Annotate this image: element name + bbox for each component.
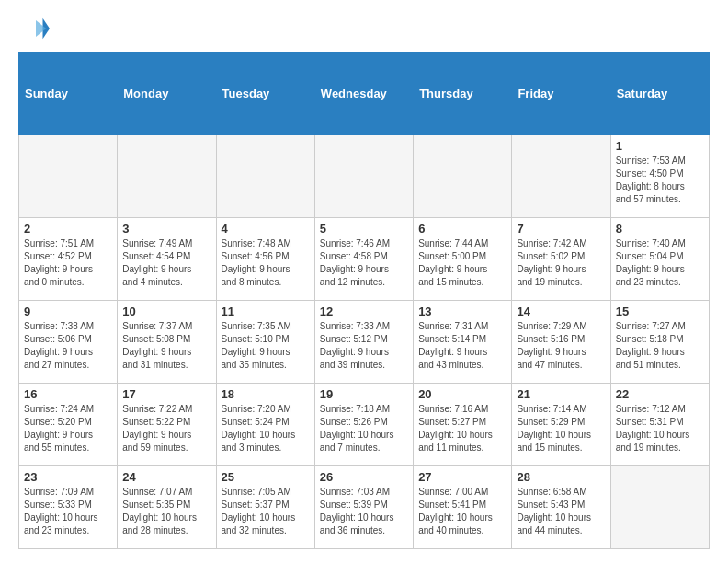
- day-number: 15: [616, 304, 704, 318]
- page-container: SundayMondayTuesdayWednesdayThursdayFrid…: [0, 0, 728, 558]
- day-info: Sunrise: 7:51 AM Sunset: 4:52 PM Dayligh…: [24, 237, 112, 289]
- calendar-cell: 25Sunrise: 7:05 AM Sunset: 5:37 PM Dayli…: [216, 466, 314, 549]
- day-number: 28: [517, 470, 605, 484]
- calendar-cell: [610, 466, 709, 549]
- day-info: Sunrise: 7:37 AM Sunset: 5:08 PM Dayligh…: [122, 320, 210, 372]
- day-number: 1: [616, 139, 704, 153]
- day-info: Sunrise: 7:40 AM Sunset: 5:04 PM Dayligh…: [616, 237, 704, 289]
- calendar-cell: [118, 135, 216, 218]
- calendar-cell: [512, 135, 610, 218]
- day-number: 3: [122, 222, 210, 236]
- day-info: Sunrise: 7:29 AM Sunset: 5:16 PM Dayligh…: [517, 320, 605, 372]
- calendar-cell: 1Sunrise: 7:53 AM Sunset: 4:50 PM Daylig…: [610, 135, 709, 218]
- calendar-cell: [314, 135, 413, 218]
- calendar-row-2: 9Sunrise: 7:38 AM Sunset: 5:06 PM Daylig…: [19, 301, 710, 384]
- calendar-cell: 18Sunrise: 7:20 AM Sunset: 5:24 PM Dayli…: [216, 384, 314, 466]
- day-info: Sunrise: 7:03 AM Sunset: 5:39 PM Dayligh…: [320, 486, 408, 537]
- calendar-cell: 12Sunrise: 7:33 AM Sunset: 5:12 PM Dayli…: [314, 301, 413, 384]
- weekday-thursday: Thursday: [414, 52, 512, 135]
- day-info: Sunrise: 7:42 AM Sunset: 5:02 PM Dayligh…: [517, 237, 605, 289]
- day-number: 2: [24, 222, 112, 236]
- day-number: 8: [616, 222, 704, 236]
- weekday-tuesday: Tuesday: [216, 52, 314, 135]
- day-info: Sunrise: 7:44 AM Sunset: 5:00 PM Dayligh…: [418, 237, 506, 289]
- day-info: Sunrise: 7:05 AM Sunset: 5:37 PM Dayligh…: [222, 486, 310, 537]
- weekday-wednesday: Wednesday: [314, 52, 413, 135]
- calendar-cell: 24Sunrise: 7:07 AM Sunset: 5:35 PM Dayli…: [118, 466, 216, 549]
- day-info: Sunrise: 7:16 AM Sunset: 5:27 PM Dayligh…: [418, 403, 506, 454]
- day-number: 23: [24, 470, 112, 484]
- weekday-saturday: Saturday: [610, 52, 709, 135]
- day-info: Sunrise: 7:35 AM Sunset: 5:10 PM Dayligh…: [222, 320, 310, 372]
- day-info: Sunrise: 7:46 AM Sunset: 4:58 PM Dayligh…: [320, 237, 408, 289]
- day-info: Sunrise: 7:49 AM Sunset: 4:54 PM Dayligh…: [122, 237, 210, 289]
- day-info: Sunrise: 7:22 AM Sunset: 5:22 PM Dayligh…: [122, 403, 210, 454]
- day-info: Sunrise: 7:27 AM Sunset: 5:18 PM Dayligh…: [616, 320, 704, 372]
- day-info: Sunrise: 7:20 AM Sunset: 5:24 PM Dayligh…: [222, 403, 310, 454]
- day-number: 24: [122, 470, 210, 484]
- calendar-cell: 8Sunrise: 7:40 AM Sunset: 5:04 PM Daylig…: [610, 218, 709, 301]
- day-info: Sunrise: 7:38 AM Sunset: 5:06 PM Dayligh…: [24, 320, 112, 372]
- calendar-cell: 22Sunrise: 7:12 AM Sunset: 5:31 PM Dayli…: [610, 384, 709, 466]
- day-number: 27: [418, 470, 506, 484]
- calendar-cell: [414, 135, 512, 218]
- calendar-cell: 10Sunrise: 7:37 AM Sunset: 5:08 PM Dayli…: [118, 301, 216, 384]
- day-number: 17: [122, 387, 210, 401]
- day-number: 18: [222, 387, 310, 401]
- day-number: 10: [122, 304, 210, 318]
- day-number: 19: [320, 387, 408, 401]
- calendar-cell: [19, 135, 118, 218]
- day-number: 12: [320, 304, 408, 318]
- day-number: 21: [517, 387, 605, 401]
- day-number: 4: [222, 222, 310, 236]
- calendar-row-4: 23Sunrise: 7:09 AM Sunset: 5:33 PM Dayli…: [19, 466, 710, 549]
- day-number: 6: [418, 222, 506, 236]
- weekday-sunday: Sunday: [19, 52, 118, 135]
- day-number: 20: [418, 387, 506, 401]
- calendar-cell: 27Sunrise: 7:00 AM Sunset: 5:41 PM Dayli…: [414, 466, 512, 549]
- day-info: Sunrise: 7:33 AM Sunset: 5:12 PM Dayligh…: [320, 320, 408, 372]
- calendar-cell: 14Sunrise: 7:29 AM Sunset: 5:16 PM Dayli…: [512, 301, 610, 384]
- logo: [18, 15, 50, 42]
- day-number: 26: [320, 470, 408, 484]
- calendar-cell: 3Sunrise: 7:49 AM Sunset: 4:54 PM Daylig…: [118, 218, 216, 301]
- weekday-monday: Monday: [118, 52, 216, 135]
- calendar-row-3: 16Sunrise: 7:24 AM Sunset: 5:20 PM Dayli…: [19, 384, 710, 466]
- calendar-cell: 23Sunrise: 7:09 AM Sunset: 5:33 PM Dayli…: [19, 466, 118, 549]
- day-info: Sunrise: 7:53 AM Sunset: 4:50 PM Dayligh…: [616, 155, 704, 206]
- calendar-cell: 4Sunrise: 7:48 AM Sunset: 4:56 PM Daylig…: [216, 218, 314, 301]
- calendar-cell: 11Sunrise: 7:35 AM Sunset: 5:10 PM Dayli…: [216, 301, 314, 384]
- header: [18, 15, 710, 42]
- calendar-table: SundayMondayTuesdayWednesdayThursdayFrid…: [18, 52, 710, 549]
- calendar-cell: 2Sunrise: 7:51 AM Sunset: 4:52 PM Daylig…: [19, 218, 118, 301]
- calendar-cell: 17Sunrise: 7:22 AM Sunset: 5:22 PM Dayli…: [118, 384, 216, 466]
- day-info: Sunrise: 7:18 AM Sunset: 5:26 PM Dayligh…: [320, 403, 408, 454]
- day-info: Sunrise: 7:24 AM Sunset: 5:20 PM Dayligh…: [24, 403, 112, 454]
- day-number: 7: [517, 222, 605, 236]
- weekday-friday: Friday: [512, 52, 610, 135]
- day-number: 16: [24, 387, 112, 401]
- day-number: 13: [418, 304, 506, 318]
- calendar-row-0: 1Sunrise: 7:53 AM Sunset: 4:50 PM Daylig…: [19, 135, 710, 218]
- day-number: 14: [517, 304, 605, 318]
- day-number: 11: [222, 304, 310, 318]
- calendar-cell: 9Sunrise: 7:38 AM Sunset: 5:06 PM Daylig…: [19, 301, 118, 384]
- day-info: Sunrise: 7:09 AM Sunset: 5:33 PM Dayligh…: [24, 486, 112, 537]
- day-number: 22: [616, 387, 704, 401]
- calendar-cell: [216, 135, 314, 218]
- day-info: Sunrise: 7:31 AM Sunset: 5:14 PM Dayligh…: [418, 320, 506, 372]
- day-number: 5: [320, 222, 408, 236]
- calendar-cell: 28Sunrise: 6:58 AM Sunset: 5:43 PM Dayli…: [512, 466, 610, 549]
- calendar-cell: 26Sunrise: 7:03 AM Sunset: 5:39 PM Dayli…: [314, 466, 413, 549]
- calendar-row-1: 2Sunrise: 7:51 AM Sunset: 4:52 PM Daylig…: [19, 218, 710, 301]
- day-info: Sunrise: 7:14 AM Sunset: 5:29 PM Dayligh…: [517, 403, 605, 454]
- calendar-cell: 13Sunrise: 7:31 AM Sunset: 5:14 PM Dayli…: [414, 301, 512, 384]
- day-info: Sunrise: 7:12 AM Sunset: 5:31 PM Dayligh…: [616, 403, 704, 454]
- calendar-cell: 6Sunrise: 7:44 AM Sunset: 5:00 PM Daylig…: [414, 218, 512, 301]
- day-number: 25: [222, 470, 310, 484]
- day-number: 9: [24, 304, 112, 318]
- logo-icon: [22, 15, 50, 42]
- calendar-cell: 21Sunrise: 7:14 AM Sunset: 5:29 PM Dayli…: [512, 384, 610, 466]
- calendar-cell: 5Sunrise: 7:46 AM Sunset: 4:58 PM Daylig…: [314, 218, 413, 301]
- calendar-cell: 16Sunrise: 7:24 AM Sunset: 5:20 PM Dayli…: [19, 384, 118, 466]
